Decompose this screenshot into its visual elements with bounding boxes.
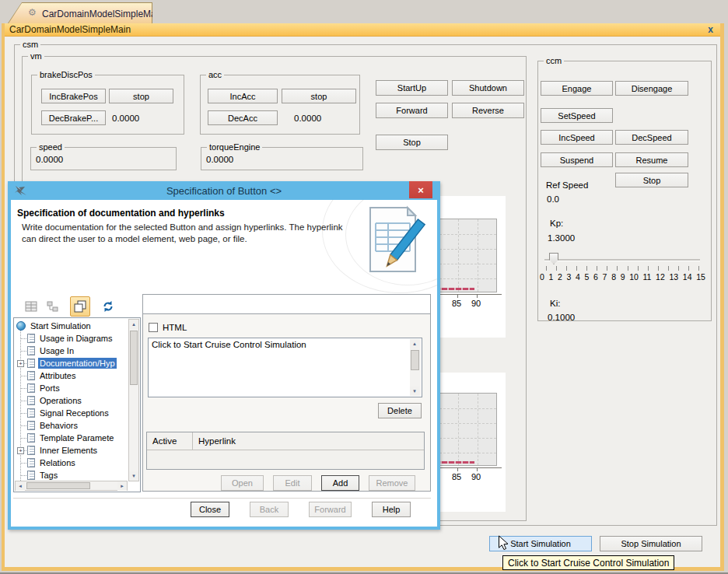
scroll-left-icon[interactable]: ◂ xyxy=(16,481,25,491)
dialog-titlebar[interactable]: Specification of Button <> × xyxy=(8,181,440,200)
hyperlink-table[interactable]: Active Hyperlink xyxy=(146,432,425,470)
tree-vscroll-thumb[interactable] xyxy=(130,331,138,385)
tree-item-start-simulation[interactable]: Start Simulation xyxy=(14,320,128,332)
suspend-button[interactable]: Suspend xyxy=(541,152,613,167)
html-checkbox[interactable] xyxy=(149,323,158,332)
column-divider xyxy=(192,432,193,450)
tree-item-usage-in-diagrams[interactable]: Usage in Diagrams xyxy=(14,332,128,345)
incbrakepos-button[interactable]: IncBrakePos xyxy=(41,89,106,103)
documentation-textarea[interactable]: Click to Start Cruise Control Simulation… xyxy=(148,338,422,397)
tooltip-text: Click to Start Cruise Control Simulation xyxy=(508,558,669,569)
forward-button[interactable]: Forward xyxy=(309,502,352,517)
tree-hscroll-thumb[interactable] xyxy=(26,482,90,489)
ccm-group-label: ccm xyxy=(544,56,564,65)
toolbar-table-view-button[interactable] xyxy=(21,296,41,317)
tab-label: CarDomainModelSimpleMain xyxy=(42,9,163,19)
tree-item-usage-in[interactable]: Usage In xyxy=(14,345,128,357)
brake-stop-button[interactable]: stop xyxy=(109,89,173,103)
scroll-right-icon[interactable]: ▸ xyxy=(117,481,127,491)
simulation-ui: csm vm brakeDiscPos IncBrakePos stop Dec… xyxy=(5,37,720,567)
remove-button[interactable]: Remove xyxy=(369,475,415,491)
panel-close-icon[interactable]: x xyxy=(708,24,720,35)
slider-tick xyxy=(648,266,649,271)
shutdown-button[interactable]: Shutdown xyxy=(452,80,524,96)
column-header-hyperlink[interactable]: Hyperlink xyxy=(198,432,236,450)
column-header-active[interactable]: Active xyxy=(152,432,177,450)
forward-button[interactable]: Forward xyxy=(376,103,448,118)
reverse-button[interactable]: Reverse xyxy=(452,103,524,118)
dialog-close-button[interactable]: × xyxy=(409,181,432,198)
dialog-footer-buttons: CloseBackForwardHelp xyxy=(191,502,411,517)
kp-label: Kp: xyxy=(550,219,563,228)
tree-vertical-scrollbar[interactable]: ▴ ▾ xyxy=(128,319,139,481)
spec-tree[interactable]: Start SimulationUsage in DiagramsUsage I… xyxy=(13,317,141,492)
expand-plus-icon[interactable]: + xyxy=(17,447,24,454)
toolbar-tree-view-button[interactable] xyxy=(43,296,63,317)
tree-item-inner-elements[interactable]: +Inner Elements xyxy=(14,444,128,457)
textarea-scrollbar[interactable]: ▴ ▾ xyxy=(410,339,421,396)
tree-item-label: Documentation/Hyp xyxy=(38,358,117,369)
expand-plus-icon[interactable]: + xyxy=(17,360,24,367)
dialog-body: Specification of documentation and hyper… xyxy=(11,200,437,527)
scroll-up-icon[interactable]: ▴ xyxy=(129,320,138,329)
decbrakepos-button[interactable]: DecBrakeP... xyxy=(41,110,106,125)
tree-item-documentation-hyp[interactable]: +Documentation/Hyp xyxy=(14,357,128,369)
disengage-button[interactable]: Disengage xyxy=(615,81,688,96)
engage-button[interactable]: Engage xyxy=(541,81,613,96)
slider-scale-label: 13 xyxy=(669,272,678,282)
textarea-scroll-thumb[interactable] xyxy=(411,350,419,370)
speed-value: 0.0000 xyxy=(36,155,63,164)
back-button[interactable]: Back xyxy=(250,502,289,517)
tree-item-label: Template Paramete xyxy=(38,432,115,443)
tree-item-template-paramete[interactable]: Template Paramete xyxy=(14,432,128,444)
tree-horizontal-scrollbar[interactable]: ◂ ▸ xyxy=(15,481,128,491)
stop-simulation-button[interactable]: Stop Simulation xyxy=(600,536,702,551)
documentation-panel-header xyxy=(143,295,430,314)
tree-item-tags[interactable]: Tags xyxy=(14,469,128,481)
close-button[interactable]: Close xyxy=(191,502,229,517)
brakediscpos-value: 0.0000 xyxy=(112,114,139,123)
slider-scale-label: 8 xyxy=(611,272,616,282)
open-button[interactable]: Open xyxy=(221,475,264,491)
vm-group-label: vm xyxy=(28,51,44,61)
tab-cardomainmodelsimplemain[interactable]: ⚙ CarDomainModelSimpleMain xyxy=(8,2,152,23)
acc-stop-button[interactable]: stop xyxy=(282,89,356,103)
kp-slider-track[interactable] xyxy=(544,259,700,261)
toolbar-composite-view-button[interactable] xyxy=(70,296,90,317)
acc-group: acc xyxy=(200,75,360,135)
setspeed-button[interactable]: SetSpeed xyxy=(541,108,613,123)
tree-item-label: Signal Receptions xyxy=(38,408,110,418)
tree-item-behaviors[interactable]: Behaviors xyxy=(14,419,128,432)
ccm-stop-button[interactable]: Stop xyxy=(615,173,688,187)
scroll-down-icon[interactable]: ▾ xyxy=(129,471,138,481)
toolbar-refresh-button[interactable] xyxy=(98,296,118,317)
delete-button[interactable]: Delete xyxy=(378,403,422,418)
tab-strip: ⚙ CarDomainModelSimpleMain xyxy=(0,0,728,23)
decspeed-button[interactable]: DecSpeed xyxy=(615,130,688,145)
tree-item-ports[interactable]: Ports xyxy=(14,382,128,394)
tree-item-operations[interactable]: Operations xyxy=(14,394,128,407)
brakediscpos-group-label: brakeDiscPos xyxy=(37,70,95,79)
tree-item-label: Operations xyxy=(38,395,83,406)
tree-item-label: Relations xyxy=(38,457,77,468)
decacc-button[interactable]: DecAcc xyxy=(208,110,278,125)
edit-button[interactable]: Edit xyxy=(273,475,312,491)
tree-item-signal-receptions[interactable]: Signal Receptions xyxy=(14,407,128,419)
tree-item-attributes[interactable]: Attributes xyxy=(14,369,128,382)
html-checkbox-label: HTML xyxy=(163,323,187,332)
slider-scale-label: 1 xyxy=(549,272,554,282)
resume-button[interactable]: Resume xyxy=(615,152,688,167)
page-icon xyxy=(27,371,35,380)
incspeed-button[interactable]: IncSpeed xyxy=(541,130,613,145)
tree-item-relations[interactable]: Relations xyxy=(14,457,128,469)
slider-scale-label: 4 xyxy=(576,272,580,282)
help-button[interactable]: Help xyxy=(372,502,411,517)
add-button[interactable]: Add xyxy=(321,475,359,491)
scroll-up-icon[interactable]: ▴ xyxy=(410,339,419,348)
vm-stop-button[interactable]: Stop xyxy=(376,135,448,150)
startup-button[interactable]: StartUp xyxy=(376,80,448,96)
documentation-icon xyxy=(362,205,428,276)
kp-slider-scale: 0123456789101112131415 xyxy=(540,272,705,282)
incacc-button[interactable]: IncAcc xyxy=(208,89,278,103)
scroll-down-icon[interactable]: ▾ xyxy=(410,387,419,396)
